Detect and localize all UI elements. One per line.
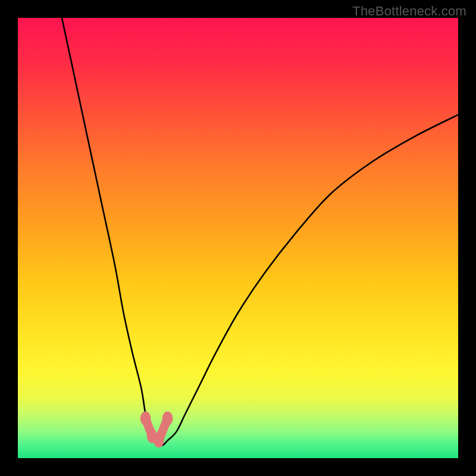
watermark-text: TheBottleneck.com [352, 4, 466, 19]
bottleneck-curve [62, 18, 458, 446]
plot-area [18, 18, 458, 458]
valley-marker [154, 434, 164, 448]
valley-marker [140, 412, 151, 426]
curve-layer [18, 18, 458, 458]
valley-markers [140, 412, 173, 448]
valley-marker [162, 412, 173, 426]
app-frame: TheBottleneck.com [0, 0, 476, 476]
